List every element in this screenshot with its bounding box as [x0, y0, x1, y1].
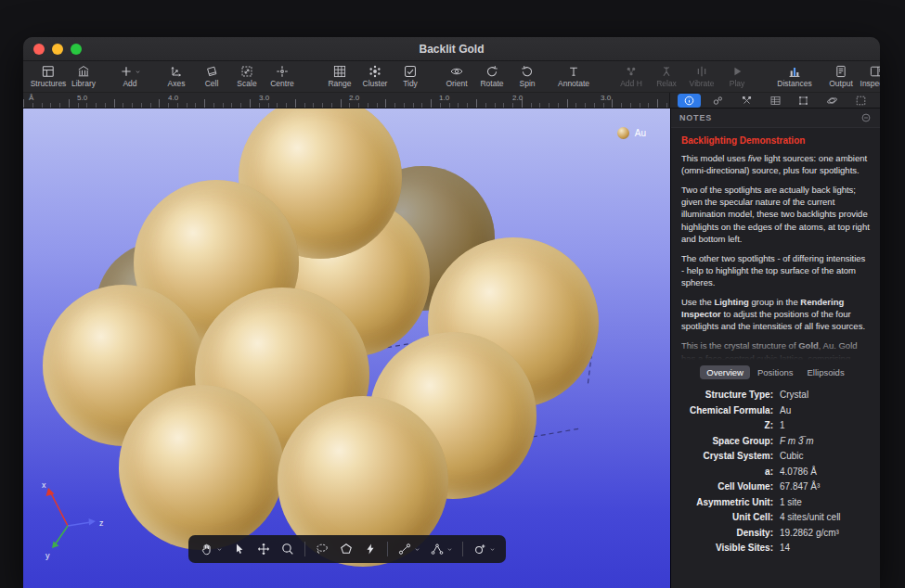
- collapse-notes-button[interactable]: [860, 112, 872, 123]
- add-atom-tool[interactable]: [472, 542, 496, 556]
- notes-header: NOTES: [671, 109, 880, 128]
- inspector-tab-table[interactable]: [764, 94, 787, 108]
- legend-label: Au: [635, 128, 646, 138]
- crossed-tools-icon: [741, 95, 753, 107]
- tb-label: Distances: [777, 79, 811, 88]
- toolbar-add-button[interactable]: Add: [112, 63, 148, 88]
- property-value: 1 site: [780, 498, 871, 508]
- tb-label: Tidy: [403, 79, 418, 88]
- element-legend: Au: [617, 127, 646, 139]
- toolbar-rotate-button[interactable]: Rotate: [474, 63, 510, 88]
- toolbar-spin-button[interactable]: Spin: [510, 63, 545, 88]
- model-viewport[interactable]: Au x z y: [23, 109, 670, 588]
- table-icon: [769, 95, 782, 107]
- tb-label: Centre: [270, 79, 294, 88]
- pan-hand-tool[interactable]: [200, 542, 223, 556]
- hand-icon: [200, 542, 214, 556]
- polygon-icon: [339, 542, 354, 556]
- tb-label: Add H: [620, 79, 642, 88]
- polygon-select-tool[interactable]: [339, 542, 354, 556]
- toolbar-centre-button[interactable]: Centre: [265, 63, 300, 88]
- tb-label: Orient: [446, 79, 467, 88]
- divider: [387, 542, 388, 556]
- magnifier-icon: [280, 542, 295, 556]
- property-value: 67.847 Å³: [780, 482, 871, 492]
- tb-label: Add: [123, 79, 136, 88]
- toolbar-annotate-button[interactable]: Annotate: [556, 63, 591, 88]
- toolbar-scale-button[interactable]: Scale: [229, 63, 265, 88]
- scale-icon: [239, 64, 254, 79]
- inspector-tab-selection[interactable]: [849, 94, 873, 108]
- tab-ellipsoids[interactable]: Ellipsoids: [801, 365, 851, 379]
- gold-atom[interactable]: [119, 385, 284, 550]
- toolbar-play-button[interactable]: Play: [719, 63, 755, 88]
- toolbar-range-button[interactable]: Range: [322, 63, 357, 88]
- viewport-tool-palette: [188, 535, 506, 563]
- toolbar-tidy-button[interactable]: Tidy: [393, 63, 428, 88]
- tb-label: Output: [829, 79, 853, 88]
- toolbar-vibrate-button[interactable]: Vibrate: [684, 63, 719, 88]
- minus-circle-icon: [860, 112, 872, 123]
- divider: [462, 542, 463, 556]
- inspector-tab-info[interactable]: [678, 94, 701, 108]
- property-value: 1: [780, 421, 871, 431]
- measure-distance-tool[interactable]: [397, 542, 420, 556]
- translate-tool[interactable]: [256, 542, 271, 556]
- atom-plus-icon: [472, 542, 487, 556]
- note-paragraph: The other two spotlights - of differing …: [681, 252, 870, 288]
- notes-body[interactable]: Backlighting Demonstration This model us…: [671, 128, 880, 360]
- property-label: Space Group:: [675, 437, 773, 447]
- toolbar-axes-button[interactable]: Axes: [159, 63, 194, 88]
- inspector-tab-render[interactable]: [821, 94, 844, 108]
- note-paragraph: This is the crystal structure of Gold, A…: [681, 339, 870, 360]
- tb-label: Vibrate: [690, 79, 715, 88]
- tb-label: Inspector: [860, 79, 880, 88]
- toolbar-cell-button[interactable]: Cell: [194, 63, 229, 88]
- spin-ccw-icon: [520, 64, 535, 79]
- tab-positions[interactable]: Positions: [751, 365, 800, 379]
- library-icon: [76, 64, 91, 79]
- chevron-down-icon: [135, 69, 141, 75]
- auto-bond-tool[interactable]: [363, 542, 378, 556]
- inspector-tab-molecule[interactable]: [706, 94, 730, 108]
- axes-icon: [169, 64, 184, 79]
- window-title: Backlit Gold: [23, 37, 880, 60]
- text-annotate-icon: [566, 64, 581, 79]
- property-value: Cubic: [780, 452, 871, 462]
- sub-bar: Å 5.0 4.0 3.0 2.0 1.0 2.0 3.0: [23, 93, 880, 109]
- play-icon: [730, 64, 744, 79]
- lightning-icon: [363, 542, 378, 556]
- toolbar-inspector-button[interactable]: Inspector: [859, 63, 880, 88]
- toolbar-structures-button[interactable]: Structures: [31, 63, 66, 88]
- lasso-select-tool[interactable]: [315, 542, 330, 556]
- property-value: 4.0786 Å: [780, 467, 871, 478]
- property-label: Chemical Formula:: [675, 406, 773, 416]
- toolbar-distances-button[interactable]: Distances: [777, 63, 812, 88]
- toolbar-relax-button[interactable]: Relax: [649, 63, 684, 88]
- lattice-icon: [797, 95, 809, 107]
- property-value: Au: [780, 406, 871, 416]
- toolbar-cluster-button[interactable]: Cluster: [357, 63, 393, 88]
- property-label: Unit Cell:: [675, 513, 773, 523]
- property-label: Structure Type:: [675, 390, 773, 401]
- zoom-tool[interactable]: [280, 542, 295, 556]
- distances-chart-icon: [787, 64, 802, 79]
- notes-title: NOTES: [679, 113, 712, 122]
- toolbar-output-button[interactable]: Output: [823, 63, 859, 88]
- toolbar-orient-button[interactable]: Orient: [439, 63, 474, 88]
- bond-distance-icon: [397, 542, 412, 556]
- chevron-down-icon: [216, 546, 223, 553]
- inspector-tab-build[interactable]: [735, 94, 758, 108]
- structure-properties: Structure Type:Crystal Chemical Formula:…: [671, 384, 880, 554]
- inspector-tab-lattice[interactable]: [792, 94, 815, 108]
- info-inspector-panel: NOTES Backlighting Demonstration This mo…: [670, 109, 880, 588]
- select-arrow-tool[interactable]: [232, 542, 247, 556]
- toolbar-library-button[interactable]: Library: [66, 63, 101, 88]
- orientation-axes: x z y: [31, 478, 116, 566]
- tab-overview[interactable]: Overview: [700, 365, 750, 379]
- atom-scene: [23, 109, 670, 588]
- measure-angle-tool[interactable]: [430, 542, 453, 556]
- chevron-down-icon: [414, 546, 420, 553]
- toolbar-add-h-button[interactable]: Add H: [614, 63, 649, 88]
- ruler-label: 5.0: [77, 94, 87, 102]
